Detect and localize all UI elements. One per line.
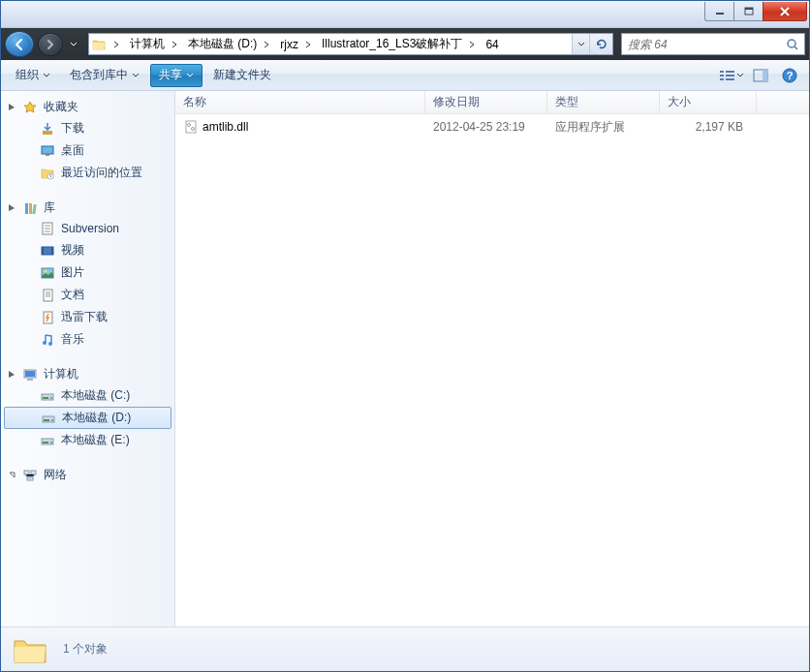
favorites-section: 收藏夹 下载 桌面 最近访问的位置 [1, 97, 174, 184]
file-row[interactable]: amtlib.dll 2012-04-25 23:19 应用程序扩展 2,197… [175, 116, 809, 137]
maximize-button[interactable] [733, 2, 763, 21]
nav-forward-button[interactable] [38, 33, 63, 56]
pictures-icon [40, 265, 55, 281]
drive-icon [40, 433, 55, 448]
breadcrumb-arrow[interactable] [300, 34, 316, 54]
organize-label: 组织 [16, 67, 39, 83]
favorites-header[interactable]: 收藏夹 [1, 97, 174, 117]
chevron-down-icon [736, 73, 744, 77]
tree-toggle-icon[interactable] [7, 470, 17, 480]
svg-text:?: ? [787, 70, 794, 81]
svg-rect-2 [745, 8, 753, 10]
svg-point-29 [43, 341, 47, 345]
svg-rect-20 [32, 203, 36, 213]
svg-rect-4 [720, 71, 724, 73]
view-options-button[interactable] [718, 64, 745, 87]
column-name-header[interactable]: 名称 [175, 91, 425, 113]
svg-point-30 [48, 342, 52, 346]
include-label: 包含到库中 [70, 67, 128, 83]
breadcrumb-arrow[interactable] [167, 34, 182, 54]
network-header[interactable]: 网络 [1, 465, 174, 485]
chevron-down-icon [70, 42, 78, 46]
column-type-header[interactable]: 类型 [547, 91, 660, 113]
svg-rect-11 [763, 70, 767, 81]
minimize-button[interactable] [704, 2, 733, 21]
sidebar-item-music[interactable]: 音乐 [1, 328, 174, 351]
computer-header[interactable]: 计算机 [1, 364, 174, 384]
svg-rect-19 [29, 203, 32, 214]
svg-rect-41 [43, 442, 48, 443]
libraries-label: 库 [44, 199, 55, 216]
sidebar-item-drive-c[interactable]: 本地磁盘 (C:) [1, 384, 174, 407]
favorites-label: 收藏夹 [44, 99, 78, 115]
include-in-library-button[interactable]: 包含到库中 [61, 64, 148, 87]
column-size-header[interactable]: 大小 [660, 91, 757, 113]
help-button[interactable]: ? [776, 64, 803, 87]
address-dropdown-button[interactable] [572, 34, 589, 54]
sidebar-item-thunder[interactable]: 迅雷下载 [1, 306, 174, 328]
sidebar-item-downloads[interactable]: 下载 [1, 117, 174, 139]
desktop-icon [40, 143, 55, 159]
sidebar-item-drive-e[interactable]: 本地磁盘 (E:) [1, 429, 174, 451]
tree-toggle-icon[interactable] [7, 202, 17, 213]
breadcrumb-computer[interactable]: 计算机 [124, 34, 167, 54]
nav-history-dropdown[interactable] [67, 35, 80, 54]
breadcrumb-rjxz[interactable]: rjxz [274, 34, 300, 54]
file-size-cell: 2,197 KB [660, 120, 757, 134]
organize-button[interactable]: 组织 [7, 64, 59, 87]
file-list-pane: 名称 修改日期 类型 大小 amtlib.dll 2012-04-25 23:1… [175, 91, 809, 626]
sidebar-item-desktop[interactable]: 桌面 [1, 139, 174, 162]
svg-rect-0 [716, 13, 724, 15]
videos-icon [40, 243, 55, 259]
refresh-button[interactable] [589, 34, 612, 54]
breadcrumb-64[interactable]: 64 [480, 34, 500, 54]
share-button[interactable]: 共享 [150, 64, 202, 87]
star-icon [22, 100, 38, 115]
downloads-icon [40, 121, 55, 137]
sidebar-item-pictures[interactable]: 图片 [1, 261, 174, 284]
svg-rect-8 [720, 78, 724, 80]
tree-toggle-icon[interactable] [7, 369, 17, 380]
subversion-icon [40, 221, 55, 236]
close-button[interactable] [763, 2, 807, 21]
drive-d-label: 本地磁盘 (D:) [62, 410, 131, 426]
preview-pane-button[interactable] [747, 64, 774, 87]
svg-rect-9 [726, 78, 734, 80]
address-bar[interactable]: 计算机 本地磁盘 (D:) rjxz Illustrator_16_LS3破解补… [88, 33, 613, 55]
svg-rect-14 [43, 131, 52, 135]
chevron-down-icon [577, 42, 585, 46]
column-date-header[interactable]: 修改日期 [425, 91, 547, 113]
libraries-header[interactable]: 库 [1, 198, 174, 218]
nav-back-button[interactable] [5, 31, 34, 57]
sidebar-item-videos[interactable]: 视频 [1, 239, 174, 261]
navigation-pane: 收藏夹 下载 桌面 最近访问的位置 [1, 91, 175, 626]
chevron-down-icon [132, 73, 140, 77]
network-icon [22, 468, 38, 483]
breadcrumb-illustrator[interactable]: Illustrator_16_LS3破解补丁 [316, 34, 464, 54]
share-label: 共享 [159, 67, 182, 83]
tree-toggle-icon[interactable] [7, 102, 17, 112]
pictures-label: 图片 [61, 264, 84, 281]
sidebar-item-recent[interactable]: 最近访问的位置 [1, 162, 174, 184]
breadcrumb-drive-d[interactable]: 本地磁盘 (D:) [182, 34, 259, 54]
arrow-right-icon [44, 38, 57, 51]
toolbar: 组织 包含到库中 共享 新建文件夹 ? [1, 60, 809, 91]
subversion-label: Subversion [61, 222, 119, 235]
sidebar-item-drive-d[interactable]: 本地磁盘 (D:) [4, 407, 171, 429]
chevron-down-icon [186, 73, 194, 77]
network-label: 网络 [44, 467, 67, 483]
svg-rect-24 [51, 247, 53, 255]
new-folder-button[interactable]: 新建文件夹 [204, 64, 280, 87]
svg-rect-38 [44, 419, 49, 421]
search-button[interactable] [781, 34, 804, 54]
dll-file-icon [183, 119, 199, 135]
breadcrumb-arrow[interactable] [464, 34, 480, 54]
breadcrumb-arrow[interactable] [259, 34, 274, 54]
titlebar [1, 1, 809, 28]
breadcrumb-root-arrow[interactable] [109, 34, 124, 54]
search-input[interactable] [622, 38, 781, 51]
sidebar-item-subversion[interactable]: Subversion [1, 218, 174, 239]
sidebar-item-documents[interactable]: 文档 [1, 284, 174, 306]
file-name-text: amtlib.dll [202, 120, 248, 134]
svg-point-39 [51, 419, 53, 421]
